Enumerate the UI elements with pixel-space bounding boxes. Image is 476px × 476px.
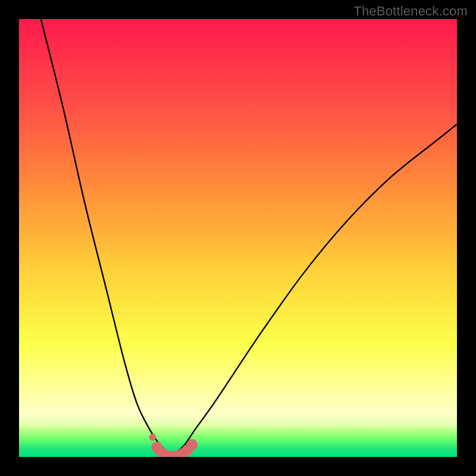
- plot-area: [19, 19, 457, 457]
- min-marker: [186, 439, 198, 450]
- curve-layer: [41, 19, 457, 457]
- min-marker: [149, 434, 156, 441]
- watermark-text: TheBottleneck.com: [353, 4, 468, 19]
- outer-frame: TheBottleneck.com: [0, 0, 476, 476]
- chart-svg: [19, 19, 457, 457]
- v-curve-path: [41, 19, 457, 457]
